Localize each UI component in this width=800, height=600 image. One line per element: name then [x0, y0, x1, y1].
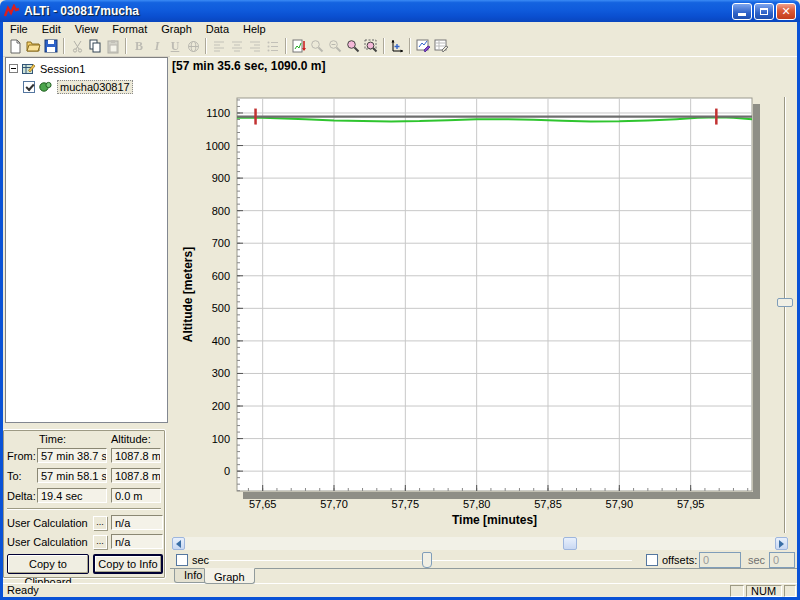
underline-button[interactable]: U — [166, 37, 184, 55]
zoom-region-button[interactable] — [362, 37, 380, 55]
toolbar-separator — [285, 38, 287, 54]
chart-properties-button[interactable] — [432, 37, 450, 55]
scroll-left-button[interactable] — [172, 537, 185, 550]
time-slider-thumb[interactable] — [422, 552, 432, 568]
sec-checkbox-label: sec — [192, 554, 209, 566]
user-calc-row-1: User Calculation ... n/a — [7, 515, 163, 530]
axes-crosshair-button[interactable] — [388, 37, 406, 55]
menu-graph[interactable]: Graph — [154, 22, 199, 36]
italic-icon: I — [155, 39, 160, 54]
to-altitude-field: 1087.8 m — [111, 468, 161, 483]
offset-sec-input[interactable] — [699, 552, 741, 568]
dataset-checkbox[interactable] — [23, 81, 35, 93]
copy-to-clipboard-button[interactable]: Copy to Clipboard — [7, 554, 89, 574]
svg-text:57,65: 57,65 — [249, 498, 277, 510]
restore-icon — [760, 8, 768, 15]
new-document-button[interactable] — [6, 37, 24, 55]
open-folder-button[interactable] — [24, 37, 42, 55]
delta-row: Delta: 19.4 sec 0.0 m — [7, 488, 161, 503]
chart-svg[interactable]: 01002003004005006007008009001000110057,6… — [172, 76, 772, 536]
zoom-next-button[interactable] — [326, 37, 344, 55]
cursor-readout: [57 min 35.6 sec, 1090.0 m] — [172, 59, 325, 73]
copy-to-info-button[interactable]: Copy to Info — [93, 554, 163, 574]
close-icon: ✕ — [781, 6, 790, 17]
tree-node-session[interactable]: Session1 — [6, 61, 167, 76]
tree-node-session-label[interactable]: Session1 — [40, 63, 85, 75]
svg-text:57,85: 57,85 — [534, 498, 562, 510]
align-left-button[interactable] — [210, 37, 228, 55]
scroll-right-button[interactable] — [775, 537, 788, 550]
title-bar[interactable]: ALTi - 030817mucha ✕ — [0, 0, 800, 22]
zoom-previous-button[interactable] — [308, 37, 326, 55]
collapse-icon[interactable] — [9, 64, 18, 73]
toolbar: B I U — [3, 36, 797, 57]
save-button[interactable] — [42, 37, 60, 55]
menu-file[interactable]: File — [3, 22, 35, 36]
from-altitude-field: 1087.8 m — [111, 448, 161, 463]
save-icon — [44, 39, 58, 53]
align-left-icon — [213, 41, 225, 52]
align-center-button[interactable] — [228, 37, 246, 55]
menu-view[interactable]: View — [68, 22, 106, 36]
session-tree[interactable]: Session1 mucha030817 — [5, 57, 168, 423]
tree-node-dataset-label[interactable]: mucha030817 — [57, 80, 133, 94]
menu-edit[interactable]: Edit — [35, 22, 68, 36]
altitude-column-header: Altitude: — [111, 433, 151, 445]
delta-time-field: 19.4 sec — [37, 488, 107, 503]
toolbar-separator — [409, 38, 411, 54]
graph-panel: [57 min 35.6 sec, 1090.0 m] 010020030040… — [170, 56, 797, 583]
italic-button[interactable]: I — [148, 37, 166, 55]
menu-help[interactable]: Help — [236, 22, 273, 36]
bullet-list-button[interactable] — [264, 37, 282, 55]
status-cell — [784, 585, 796, 597]
vertical-zoom-slider-track[interactable] — [784, 97, 786, 533]
user-calc-browse-button[interactable]: ... — [93, 535, 107, 549]
data-statistics-button[interactable] — [290, 37, 308, 55]
bottom-controls: sec offsets: sec m — [172, 552, 796, 569]
new-document-icon — [8, 39, 22, 54]
tab-graph[interactable]: Graph — [204, 568, 255, 584]
zoom-previous-icon — [310, 39, 324, 53]
user-calc-label: User Calculation — [7, 517, 93, 529]
horizontal-scrollbar[interactable] — [172, 537, 788, 550]
scrollbar-thumb[interactable] — [563, 537, 577, 550]
sec-checkbox[interactable] — [176, 554, 188, 566]
bold-button[interactable]: B — [130, 37, 148, 55]
scrollbar-track[interactable] — [185, 537, 775, 550]
svg-text:500: 500 — [212, 302, 230, 314]
axes-crosshair-icon — [390, 39, 404, 53]
dataset-icon — [39, 81, 53, 93]
menu-format[interactable]: Format — [105, 22, 154, 36]
user-calc-value-field: n/a — [111, 534, 163, 549]
offset-m-input[interactable] — [769, 552, 795, 568]
paste-icon — [106, 39, 120, 54]
close-button[interactable]: ✕ — [776, 3, 796, 20]
offsets-label: offsets: — [662, 554, 697, 566]
svg-text:Time [minutes]: Time [minutes] — [452, 513, 537, 527]
restore-button[interactable] — [754, 3, 774, 20]
font-button[interactable] — [184, 37, 202, 55]
copy-button[interactable] — [86, 37, 104, 55]
user-calc-browse-button[interactable]: ... — [93, 516, 107, 530]
menu-data[interactable]: Data — [199, 22, 236, 36]
menu-bar: File Edit View Format Graph Data Help — [3, 22, 797, 36]
chart-settings-button[interactable] — [414, 37, 432, 55]
time-slider-track[interactable] — [208, 560, 632, 561]
cut-button[interactable] — [68, 37, 86, 55]
delta-label: Delta: — [7, 490, 37, 502]
zoom-region-icon — [364, 39, 378, 53]
align-right-button[interactable] — [246, 37, 264, 55]
minimize-icon — [738, 13, 746, 16]
vertical-zoom-slider-thumb[interactable] — [777, 298, 793, 307]
app-icon — [4, 4, 20, 18]
session-icon — [22, 63, 36, 75]
tree-node-dataset[interactable]: mucha030817 — [23, 79, 167, 94]
svg-text:1100: 1100 — [206, 107, 230, 119]
zoom-in-button[interactable] — [344, 37, 362, 55]
paste-button[interactable] — [104, 37, 122, 55]
from-row: From: 57 min 38.7 sec 1087.8 m — [7, 448, 161, 463]
minimize-button[interactable] — [732, 3, 752, 20]
svg-text:300: 300 — [212, 367, 230, 379]
offsets-checkbox[interactable] — [646, 554, 658, 566]
altitude-chart[interactable]: 01002003004005006007008009001000110057,6… — [172, 76, 772, 536]
